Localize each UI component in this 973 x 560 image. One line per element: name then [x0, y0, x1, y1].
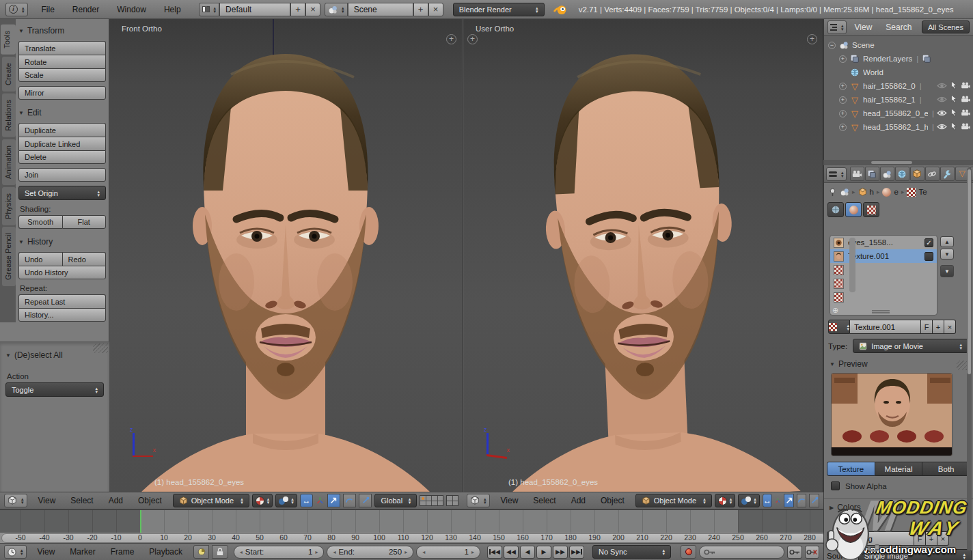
- layers-grid-secondary[interactable]: [446, 495, 458, 506]
- editor-type-selector-properties[interactable]: ▴▾: [826, 167, 847, 181]
- pin-icon[interactable]: [828, 188, 837, 197]
- screen-layout-icon-button[interactable]: ▴▾: [199, 3, 220, 16]
- smooth-button[interactable]: Smooth: [18, 215, 62, 229]
- visibility-eye-icon[interactable]: [937, 109, 947, 118]
- toolshelf-tab-grease-pencil[interactable]: Grease Pencil: [2, 227, 16, 286]
- prev-keyframe-button[interactable]: ◀◀: [504, 546, 519, 559]
- viewport-menu-object[interactable]: Object: [135, 496, 165, 505]
- display-filter-dropdown[interactable]: All Scenes: [922, 20, 970, 33]
- rotate-button[interactable]: Rotate: [18, 55, 106, 68]
- menubar-item-help[interactable]: Help: [161, 5, 184, 14]
- delete-button[interactable]: Delete: [18, 150, 106, 164]
- panel-transform-header[interactable]: Transform: [18, 26, 106, 36]
- menubar-item-file[interactable]: File: [39, 5, 57, 14]
- preview-mode-texture[interactable]: Texture: [827, 462, 875, 476]
- scene-selector-icon-button[interactable]: ▴▾: [325, 3, 348, 16]
- add-layout-button[interactable]: +: [290, 3, 305, 16]
- translate-button[interactable]: Translate: [18, 41, 106, 55]
- outliner-item[interactable]: +▽hair_155862_0|: [824, 79, 973, 93]
- tab-object[interactable]: [910, 167, 924, 181]
- expander-icon[interactable]: +: [839, 110, 847, 117]
- play-button[interactable]: ▶: [536, 546, 551, 559]
- sync-playback-toggle[interactable]: [193, 545, 209, 559]
- play-reverse-button[interactable]: ◀: [520, 546, 535, 559]
- list-resize-grip[interactable]: [872, 310, 890, 313]
- renderability-camera-icon[interactable]: [961, 123, 970, 131]
- expand-toolshelf-region-icon[interactable]: +: [467, 34, 478, 44]
- tab-render[interactable]: [850, 167, 864, 181]
- selectability-pointer-icon[interactable]: [950, 95, 957, 104]
- tab-world[interactable]: [895, 167, 909, 181]
- toolshelf-tab-physics[interactable]: Physics: [2, 187, 16, 225]
- unlink-texture-button[interactable]: ×: [944, 320, 956, 334]
- add-scene-button[interactable]: +: [413, 3, 428, 16]
- editor-type-selector-3dview[interactable]: ▴▾: [467, 494, 490, 507]
- texture-name-field[interactable]: Texture.001: [850, 320, 921, 334]
- renderability-camera-icon[interactable]: [961, 96, 970, 104]
- frame-end-field[interactable]: ◂End: 250▸: [327, 546, 413, 559]
- texture-type-dropdown[interactable]: Image or Movie ▴▾: [853, 339, 968, 353]
- manipulator-toggle[interactable]: ↔: [763, 494, 773, 507]
- tab-constraints[interactable]: [925, 167, 940, 181]
- slot-specials-menu-button[interactable]: ▼: [940, 265, 954, 277]
- viewport-menu-select[interactable]: Select: [530, 496, 558, 505]
- slot-add-icon[interactable]: ⊕: [832, 306, 838, 315]
- expand-properties-region-icon[interactable]: +: [807, 34, 817, 44]
- pivot-point-dropdown[interactable]: ▴▾: [275, 494, 297, 507]
- expand-properties-region-icon[interactable]: +: [446, 34, 456, 44]
- outliner-menu-view[interactable]: View: [852, 23, 875, 32]
- jump-to-start-button[interactable]: ◀◀: [487, 546, 502, 559]
- timeline-menu-frame[interactable]: Frame: [108, 547, 137, 557]
- renderlayer-icon[interactable]: [921, 54, 932, 64]
- outliner-item[interactable]: +▽head_155862_1_he|: [824, 120, 973, 134]
- texture-slot[interactable]: [830, 277, 937, 290]
- breadcrumb-object[interactable]: h: [870, 188, 874, 196]
- toolshelf-tab-relations[interactable]: Relations: [2, 94, 16, 137]
- translate-manipulator-button[interactable]: [327, 494, 340, 507]
- layers-grid[interactable]: [420, 495, 443, 506]
- show-alpha-checkbox[interactable]: [831, 481, 840, 490]
- breadcrumb-texture[interactable]: Te: [918, 188, 927, 196]
- manipulator-toggle[interactable]: ↔: [300, 494, 313, 507]
- auto-keyframe-record-button[interactable]: [681, 545, 696, 559]
- toolshelf-tab-create[interactable]: Create: [2, 57, 16, 92]
- viewport-user-ortho[interactable]: User Ortho z x (1) head_155862_0_eyes + …: [463, 19, 823, 492]
- scale-manipulator-button[interactable]: [359, 494, 372, 507]
- new-texture-button[interactable]: +: [933, 320, 944, 334]
- current-frame-marker[interactable]: [140, 510, 141, 533]
- menubar-item-window[interactable]: Window: [114, 5, 149, 14]
- preview-panel-header[interactable]: Preview: [830, 359, 966, 369]
- breadcrumb-material[interactable]: e: [894, 188, 898, 196]
- frame-start-field[interactable]: ◂Start: 1▸: [234, 546, 325, 559]
- viewport-front-ortho[interactable]: Front Ortho z x (1) head_155862_0_eyes +: [109, 19, 463, 492]
- texture-slot-checkbox[interactable]: [924, 252, 933, 261]
- selectability-pointer-icon[interactable]: [950, 122, 957, 132]
- viewport-menu-add[interactable]: Add: [568, 496, 588, 505]
- tab-scene[interactable]: [880, 167, 894, 181]
- material-texture-context-button[interactable]: [845, 202, 862, 217]
- viewport-shading-dropdown[interactable]: ▴▾: [252, 494, 273, 507]
- timeline-ruler[interactable]: -50-40-30-20-100102030405060708090100110…: [0, 533, 823, 543]
- rotate-manipulator-button[interactable]: [797, 494, 807, 507]
- toolshelf-tab-tools[interactable]: Tools: [1, 25, 16, 55]
- translate-manipulator-button[interactable]: [784, 494, 794, 507]
- slot-move-down-button[interactable]: ▼: [940, 249, 954, 260]
- repeat-last-button[interactable]: Repeat Last: [18, 294, 106, 308]
- active-keying-set-field[interactable]: [699, 546, 784, 559]
- deselect-all-header[interactable]: (De)select All: [5, 350, 105, 360]
- jump-to-end-button[interactable]: ▶▶: [569, 546, 584, 559]
- set-origin-dropdown[interactable]: Set Origin▴▾: [18, 186, 106, 200]
- preview-mode-both[interactable]: Both: [922, 462, 970, 476]
- timeline-menu-playback[interactable]: Playback: [146, 547, 185, 557]
- toolshelf-tab-animation[interactable]: Animation: [2, 139, 16, 185]
- action-toggle-dropdown[interactable]: Toggle▴▾: [5, 382, 104, 397]
- expander-icon[interactable]: +: [839, 55, 847, 63]
- undo-history-button[interactable]: Undo History: [18, 266, 106, 279]
- rotate-manipulator-button[interactable]: [343, 494, 356, 507]
- sync-mode-dropdown[interactable]: No Sync▴▾: [592, 545, 671, 559]
- mirror-button[interactable]: Mirror: [18, 86, 106, 100]
- editor-type-selector-timeline[interactable]: ▴▾: [4, 545, 27, 559]
- tab-render-layers[interactable]: [865, 167, 879, 181]
- outliner-menu-search[interactable]: Search: [883, 23, 914, 32]
- delete-layout-button[interactable]: ×: [305, 3, 320, 16]
